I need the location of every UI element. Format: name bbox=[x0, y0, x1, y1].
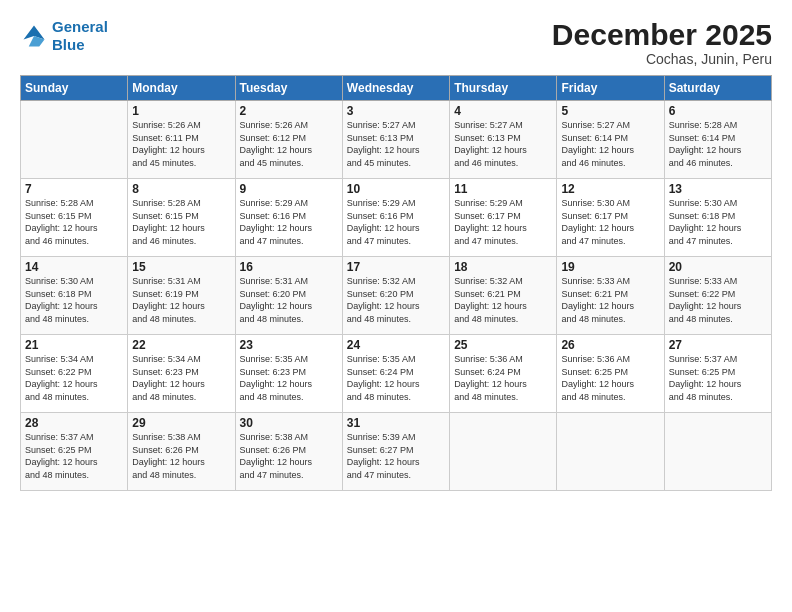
header: General Blue December 2025 Cochas, Junin… bbox=[20, 18, 772, 67]
header-row: Sunday Monday Tuesday Wednesday Thursday… bbox=[21, 76, 772, 101]
table-row: 25Sunrise: 5:36 AMSunset: 6:24 PMDayligh… bbox=[450, 335, 557, 413]
table-row: 3Sunrise: 5:27 AMSunset: 6:13 PMDaylight… bbox=[342, 101, 449, 179]
table-row: 15Sunrise: 5:31 AMSunset: 6:19 PMDayligh… bbox=[128, 257, 235, 335]
day-info: Sunrise: 5:34 AMSunset: 6:23 PMDaylight:… bbox=[132, 353, 230, 403]
day-info: Sunrise: 5:29 AMSunset: 6:16 PMDaylight:… bbox=[347, 197, 445, 247]
logo-line1: General bbox=[52, 18, 108, 35]
table-row: 31Sunrise: 5:39 AMSunset: 6:27 PMDayligh… bbox=[342, 413, 449, 491]
calendar-week-1: 7Sunrise: 5:28 AMSunset: 6:15 PMDaylight… bbox=[21, 179, 772, 257]
table-row: 24Sunrise: 5:35 AMSunset: 6:24 PMDayligh… bbox=[342, 335, 449, 413]
day-number: 6 bbox=[669, 104, 767, 118]
table-row: 2Sunrise: 5:26 AMSunset: 6:12 PMDaylight… bbox=[235, 101, 342, 179]
day-info: Sunrise: 5:37 AMSunset: 6:25 PMDaylight:… bbox=[669, 353, 767, 403]
day-info: Sunrise: 5:27 AMSunset: 6:13 PMDaylight:… bbox=[347, 119, 445, 169]
header-monday: Monday bbox=[128, 76, 235, 101]
day-number: 25 bbox=[454, 338, 552, 352]
day-number: 9 bbox=[240, 182, 338, 196]
day-info: Sunrise: 5:26 AMSunset: 6:11 PMDaylight:… bbox=[132, 119, 230, 169]
logo: General Blue bbox=[20, 18, 108, 54]
header-saturday: Saturday bbox=[664, 76, 771, 101]
table-row: 26Sunrise: 5:36 AMSunset: 6:25 PMDayligh… bbox=[557, 335, 664, 413]
day-info: Sunrise: 5:26 AMSunset: 6:12 PMDaylight:… bbox=[240, 119, 338, 169]
day-info: Sunrise: 5:36 AMSunset: 6:25 PMDaylight:… bbox=[561, 353, 659, 403]
logo-icon bbox=[20, 22, 48, 50]
table-row: 21Sunrise: 5:34 AMSunset: 6:22 PMDayligh… bbox=[21, 335, 128, 413]
header-tuesday: Tuesday bbox=[235, 76, 342, 101]
day-number: 11 bbox=[454, 182, 552, 196]
day-number: 5 bbox=[561, 104, 659, 118]
day-info: Sunrise: 5:29 AMSunset: 6:17 PMDaylight:… bbox=[454, 197, 552, 247]
day-info: Sunrise: 5:35 AMSunset: 6:23 PMDaylight:… bbox=[240, 353, 338, 403]
day-number: 27 bbox=[669, 338, 767, 352]
table-row: 30Sunrise: 5:38 AMSunset: 6:26 PMDayligh… bbox=[235, 413, 342, 491]
day-number: 21 bbox=[25, 338, 123, 352]
table-row bbox=[21, 101, 128, 179]
table-row bbox=[664, 413, 771, 491]
day-number: 16 bbox=[240, 260, 338, 274]
calendar-week-3: 21Sunrise: 5:34 AMSunset: 6:22 PMDayligh… bbox=[21, 335, 772, 413]
calendar-week-4: 28Sunrise: 5:37 AMSunset: 6:25 PMDayligh… bbox=[21, 413, 772, 491]
page-title: December 2025 bbox=[552, 18, 772, 51]
day-info: Sunrise: 5:33 AMSunset: 6:21 PMDaylight:… bbox=[561, 275, 659, 325]
calendar-table: Sunday Monday Tuesday Wednesday Thursday… bbox=[20, 75, 772, 491]
logo-line2: Blue bbox=[52, 36, 85, 53]
day-info: Sunrise: 5:32 AMSunset: 6:21 PMDaylight:… bbox=[454, 275, 552, 325]
day-info: Sunrise: 5:39 AMSunset: 6:27 PMDaylight:… bbox=[347, 431, 445, 481]
table-row: 19Sunrise: 5:33 AMSunset: 6:21 PMDayligh… bbox=[557, 257, 664, 335]
table-row bbox=[450, 413, 557, 491]
day-number: 18 bbox=[454, 260, 552, 274]
table-row: 5Sunrise: 5:27 AMSunset: 6:14 PMDaylight… bbox=[557, 101, 664, 179]
day-info: Sunrise: 5:28 AMSunset: 6:15 PMDaylight:… bbox=[25, 197, 123, 247]
table-row: 10Sunrise: 5:29 AMSunset: 6:16 PMDayligh… bbox=[342, 179, 449, 257]
day-number: 17 bbox=[347, 260, 445, 274]
table-row: 12Sunrise: 5:30 AMSunset: 6:17 PMDayligh… bbox=[557, 179, 664, 257]
day-number: 15 bbox=[132, 260, 230, 274]
calendar-week-2: 14Sunrise: 5:30 AMSunset: 6:18 PMDayligh… bbox=[21, 257, 772, 335]
table-row: 27Sunrise: 5:37 AMSunset: 6:25 PMDayligh… bbox=[664, 335, 771, 413]
header-thursday: Thursday bbox=[450, 76, 557, 101]
day-number: 7 bbox=[25, 182, 123, 196]
day-number: 12 bbox=[561, 182, 659, 196]
table-row: 14Sunrise: 5:30 AMSunset: 6:18 PMDayligh… bbox=[21, 257, 128, 335]
table-row: 23Sunrise: 5:35 AMSunset: 6:23 PMDayligh… bbox=[235, 335, 342, 413]
day-info: Sunrise: 5:32 AMSunset: 6:20 PMDaylight:… bbox=[347, 275, 445, 325]
day-number: 3 bbox=[347, 104, 445, 118]
table-row: 1Sunrise: 5:26 AMSunset: 6:11 PMDaylight… bbox=[128, 101, 235, 179]
day-info: Sunrise: 5:34 AMSunset: 6:22 PMDaylight:… bbox=[25, 353, 123, 403]
day-number: 4 bbox=[454, 104, 552, 118]
day-number: 23 bbox=[240, 338, 338, 352]
table-row: 4Sunrise: 5:27 AMSunset: 6:13 PMDaylight… bbox=[450, 101, 557, 179]
table-row: 17Sunrise: 5:32 AMSunset: 6:20 PMDayligh… bbox=[342, 257, 449, 335]
day-number: 20 bbox=[669, 260, 767, 274]
day-number: 30 bbox=[240, 416, 338, 430]
day-number: 24 bbox=[347, 338, 445, 352]
table-row: 16Sunrise: 5:31 AMSunset: 6:20 PMDayligh… bbox=[235, 257, 342, 335]
day-info: Sunrise: 5:30 AMSunset: 6:18 PMDaylight:… bbox=[669, 197, 767, 247]
table-row: 7Sunrise: 5:28 AMSunset: 6:15 PMDaylight… bbox=[21, 179, 128, 257]
day-info: Sunrise: 5:33 AMSunset: 6:22 PMDaylight:… bbox=[669, 275, 767, 325]
day-number: 1 bbox=[132, 104, 230, 118]
day-number: 19 bbox=[561, 260, 659, 274]
day-info: Sunrise: 5:27 AMSunset: 6:13 PMDaylight:… bbox=[454, 119, 552, 169]
header-sunday: Sunday bbox=[21, 76, 128, 101]
day-number: 31 bbox=[347, 416, 445, 430]
day-info: Sunrise: 5:38 AMSunset: 6:26 PMDaylight:… bbox=[132, 431, 230, 481]
header-friday: Friday bbox=[557, 76, 664, 101]
table-row: 13Sunrise: 5:30 AMSunset: 6:18 PMDayligh… bbox=[664, 179, 771, 257]
day-number: 22 bbox=[132, 338, 230, 352]
table-row: 18Sunrise: 5:32 AMSunset: 6:21 PMDayligh… bbox=[450, 257, 557, 335]
day-info: Sunrise: 5:31 AMSunset: 6:19 PMDaylight:… bbox=[132, 275, 230, 325]
day-number: 14 bbox=[25, 260, 123, 274]
table-row: 29Sunrise: 5:38 AMSunset: 6:26 PMDayligh… bbox=[128, 413, 235, 491]
calendar-week-0: 1Sunrise: 5:26 AMSunset: 6:11 PMDaylight… bbox=[21, 101, 772, 179]
day-info: Sunrise: 5:28 AMSunset: 6:15 PMDaylight:… bbox=[132, 197, 230, 247]
table-row: 28Sunrise: 5:37 AMSunset: 6:25 PMDayligh… bbox=[21, 413, 128, 491]
table-row: 8Sunrise: 5:28 AMSunset: 6:15 PMDaylight… bbox=[128, 179, 235, 257]
day-info: Sunrise: 5:36 AMSunset: 6:24 PMDaylight:… bbox=[454, 353, 552, 403]
day-info: Sunrise: 5:38 AMSunset: 6:26 PMDaylight:… bbox=[240, 431, 338, 481]
day-info: Sunrise: 5:37 AMSunset: 6:25 PMDaylight:… bbox=[25, 431, 123, 481]
day-number: 13 bbox=[669, 182, 767, 196]
day-number: 10 bbox=[347, 182, 445, 196]
day-info: Sunrise: 5:30 AMSunset: 6:18 PMDaylight:… bbox=[25, 275, 123, 325]
logo-text: General Blue bbox=[52, 18, 108, 54]
